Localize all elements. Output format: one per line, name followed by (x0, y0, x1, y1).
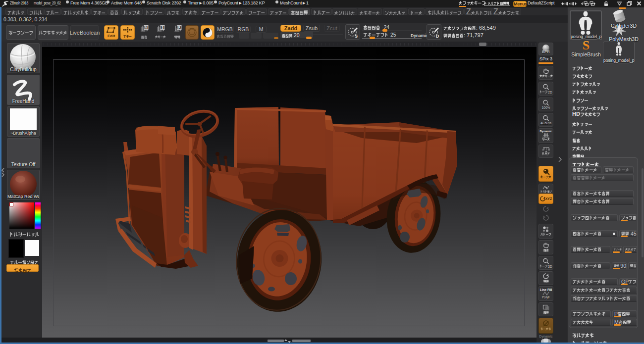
svg-text:S: S (583, 40, 590, 52)
svg-text:D: D (436, 34, 439, 39)
svg-text:S: S (355, 34, 358, 39)
svg-text:M: M (145, 26, 148, 29)
svg-text:R: R (178, 26, 180, 29)
svg-text:S: S (161, 26, 163, 29)
